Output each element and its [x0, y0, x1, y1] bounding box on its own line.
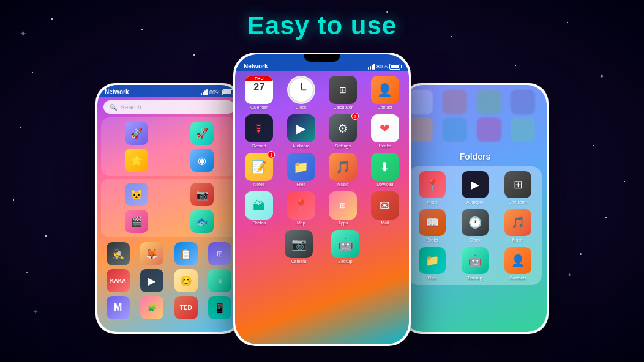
phone-left: Network 80% 🔍 Search	[95, 83, 242, 334]
app-item[interactable]: 🐟	[171, 210, 233, 233]
settings-app[interactable]: ⚙ 3 Settings	[324, 114, 362, 148]
bg-app-2	[443, 90, 467, 114]
folder-backup[interactable]: 🤖 Backup	[456, 247, 494, 280]
clock-app[interactable]: Clock	[282, 76, 321, 109]
page-heading: Easy to use	[0, 0, 644, 40]
bg-app-3	[477, 90, 501, 114]
folder-books[interactable]: 📖 Books	[413, 209, 451, 242]
app-item[interactable]: 🐱	[105, 183, 167, 206]
app-item[interactable]: 📋	[170, 242, 202, 265]
ted-icon: TED	[174, 296, 198, 319]
folder-backup-label: Backup	[468, 276, 482, 280]
notes-icon: 📝 1	[245, 153, 273, 181]
calendar-app[interactable]: THU 27 Calendar	[240, 76, 279, 109]
center-app-row-2: 🎙 Record ▶ Audiopro ⚙ 3 Settings ❤ Heal	[235, 112, 409, 150]
folder-backup-icon: 🤖	[462, 247, 489, 274]
folder-calculator[interactable]: ⊞ Caculator	[499, 171, 537, 204]
bg-app-7	[477, 117, 501, 142]
folders-label: Folders	[403, 147, 547, 164]
fish-icon: 🐟	[190, 210, 214, 233]
phone-center-screen: Network 80%	[235, 54, 409, 344]
folder-books-label: Books	[426, 238, 438, 242]
app-item[interactable]: TED	[170, 296, 202, 319]
left-app-group-1: 🚀 🚀 ⭐ ◉	[101, 117, 237, 176]
app-item[interactable]: 😊	[170, 269, 202, 292]
app-item[interactable]: ▶	[137, 269, 168, 292]
download-app[interactable]: ⬇ Dowload	[366, 153, 405, 187]
app-item[interactable]: 🚀	[171, 122, 233, 145]
map-app[interactable]: 📍 Map	[282, 191, 321, 225]
mail-app[interactable]: ✉ Mail	[366, 191, 405, 225]
circle-icon: ◉	[190, 149, 214, 172]
app-item[interactable]: 🦊	[137, 242, 168, 265]
photos-icon: 🏔	[245, 191, 273, 220]
health-app[interactable]: ❤ Health	[366, 114, 405, 148]
app-item[interactable]: 🎬	[105, 210, 167, 233]
bg-app-4	[511, 90, 535, 114]
folder-contacts[interactable]: 👤 Contacts	[499, 247, 537, 280]
folder-music[interactable]: 🎵 Music	[499, 209, 537, 242]
health-label: Health	[379, 144, 391, 148]
phone-left-screen: Network 80% 🔍 Search	[97, 85, 241, 332]
app-item[interactable]: 🧩	[137, 296, 168, 319]
audiopro-app[interactable]: ▶ Audiopro	[282, 114, 321, 148]
kaka-icon: KAKA	[107, 269, 130, 292]
folder-audiopro[interactable]: ▶ Audiopro	[456, 171, 494, 204]
detective-icon: 🕵	[107, 242, 130, 265]
camera-icon: 📷	[285, 230, 313, 258]
clock-label: Clock	[296, 105, 307, 109]
music-app[interactable]: 🎵 Music	[324, 153, 362, 187]
music-label: Music	[337, 182, 348, 187]
kine-icon: 🎬	[125, 210, 148, 233]
calculator-app[interactable]: ⊞ Calculator	[324, 76, 362, 109]
folder-maps-label: Maps	[427, 200, 437, 204]
apps-icon: ⊞	[329, 191, 357, 220]
bg-app-1	[408, 90, 433, 114]
folder-music-label: Music	[512, 238, 523, 242]
app-item[interactable]: ♫	[204, 269, 236, 292]
folder-clock[interactable]: 🕐 Clock	[456, 209, 494, 242]
center-app-row-4: 🏔 Photos 📍 Map ⊞ Apps ✉ Mail	[235, 189, 409, 227]
left-app-row-3: 🕵 🦊 📋 ⊞	[97, 240, 241, 268]
app-item[interactable]: ⭐	[105, 149, 167, 172]
notes-app[interactable]: 📝 1 Notes	[240, 153, 279, 187]
phone-right-screen: Folders 📍 Maps ▶ Audiopro	[403, 85, 547, 332]
files-app[interactable]: 📁 Files	[282, 153, 321, 187]
app-item[interactable]: KAKA	[102, 269, 134, 292]
left-search-bar[interactable]: 🔍 Search	[103, 100, 234, 114]
left-network-label: Network	[105, 89, 129, 95]
folder-files[interactable]: 📁 Files	[413, 247, 451, 280]
cute-icon: 😊	[174, 269, 198, 292]
center-signal	[368, 64, 375, 70]
center-app-row-3: 📝 1 Notes 📁 Files 🎵 Music ⬇ Dowload	[235, 150, 409, 189]
calendar-label: Calendar	[250, 105, 268, 109]
bg-app-6	[443, 117, 467, 142]
camera-app[interactable]: 📷 Camera	[285, 230, 313, 264]
app-item[interactable]: 📷	[171, 183, 233, 206]
map-label: Map	[297, 221, 305, 225]
notes-badge: 1	[268, 151, 275, 158]
settings-icon: ⚙ 3	[329, 114, 357, 142]
folder-contacts-label: Contacts	[509, 276, 526, 280]
folder-books-icon: 📖	[419, 209, 446, 236]
folder-clock-icon: 🕐	[462, 209, 489, 236]
app-item[interactable]: ⊞	[204, 242, 236, 265]
songs-icon: ♫	[208, 269, 231, 292]
record-app[interactable]: 🎙 Record	[240, 114, 279, 148]
backup-app[interactable]: 🤖 Backup	[331, 230, 359, 264]
apps-app[interactable]: ⊞ Apps	[324, 191, 362, 225]
app-item[interactable]: ◉	[171, 149, 233, 172]
contact-app[interactable]: 👤 Contact	[366, 76, 405, 109]
folder-maps[interactable]: 📍 Maps	[413, 171, 451, 204]
app2-icon: 📱	[208, 296, 231, 319]
folder-music-icon: 🎵	[504, 209, 531, 236]
left-battery-icon	[222, 89, 233, 95]
app-item[interactable]: 🕵	[102, 242, 134, 265]
files-label: Files	[296, 182, 305, 187]
photos-app[interactable]: 🏔 Photos	[240, 191, 279, 225]
app-item[interactable]: 📱	[204, 296, 236, 319]
app-item[interactable]: M	[102, 296, 134, 319]
apps-label: Apps	[338, 221, 348, 225]
app-item[interactable]: 🚀	[105, 122, 167, 145]
bg-app-8	[511, 117, 535, 142]
